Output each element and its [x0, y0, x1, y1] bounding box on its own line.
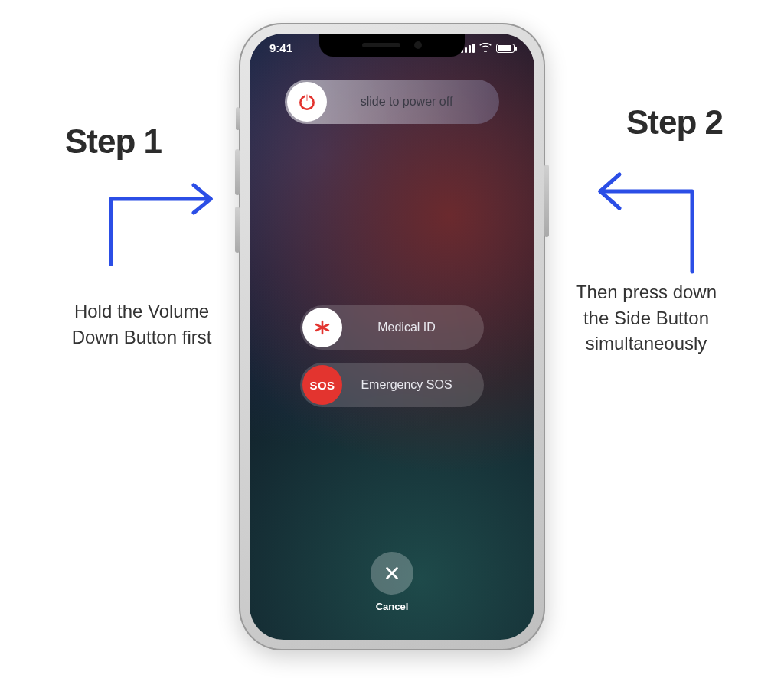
step-1-annotation: Step 1 Hold the Volume Down Button first	[65, 122, 234, 350]
arrow-right-icon	[577, 145, 707, 275]
volume-up-button[interactable]	[235, 149, 240, 195]
volume-down-button[interactable]	[235, 207, 240, 253]
cancel-area: Cancel	[250, 552, 534, 612]
medical-icon	[302, 308, 342, 347]
svg-rect-1	[305, 93, 308, 102]
medical-id-slider[interactable]: Medical ID	[300, 305, 484, 350]
phone-screen: 9:41 slide to power off	[250, 34, 534, 640]
status-time: 9:41	[270, 41, 292, 54]
power-off-slider[interactable]: slide to power off	[285, 80, 499, 124]
power-off-label: slide to power off	[329, 95, 499, 109]
arrow-left-icon	[96, 168, 234, 268]
mute-switch[interactable]	[236, 107, 240, 130]
side-button[interactable]	[544, 165, 549, 237]
close-icon	[384, 565, 400, 582]
step-1-heading: Step 1	[65, 122, 234, 161]
step-2-annotation: Step 2 Then press down the Side Button s…	[562, 103, 730, 357]
sos-icon: SOS	[302, 365, 342, 405]
step-2-description: Then press down the Side Button simultan…	[562, 279, 730, 357]
medical-id-label: Medical ID	[345, 321, 484, 334]
battery-icon	[496, 44, 514, 53]
cancel-label: Cancel	[376, 601, 409, 612]
emergency-sos-slider[interactable]: SOS Emergency SOS	[300, 363, 484, 407]
step-2-heading: Step 2	[562, 103, 730, 142]
cancel-button[interactable]	[371, 552, 413, 595]
power-icon	[287, 82, 327, 122]
emergency-sos-label: Emergency SOS	[345, 378, 484, 392]
phone-frame: 9:41 slide to power off	[239, 23, 545, 650]
wifi-icon	[479, 41, 492, 54]
notch	[319, 34, 465, 57]
step-1-description: Hold the Volume Down Button first	[65, 298, 218, 350]
